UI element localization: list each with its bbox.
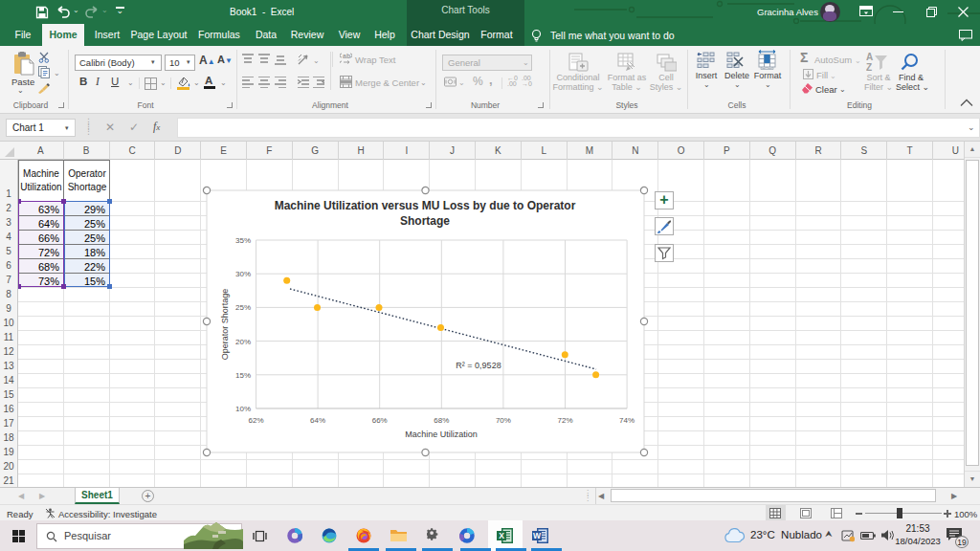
svg-text:66%: 66% [372,416,388,425]
svg-text:25%: 25% [235,303,251,312]
svg-text:68%: 68% [434,416,449,425]
svg-text:Shortage: Shortage [400,214,450,228]
svg-text:15%: 15% [235,371,251,380]
svg-text:74%: 74% [619,416,635,425]
svg-text:ab: ab [343,53,350,59]
svg-text:A: A [866,52,873,62]
svg-text:Z: Z [866,62,872,72]
svg-text:X: X [499,531,504,540]
svg-text:64%: 64% [310,416,325,425]
svg-text:W: W [533,531,542,540]
svg-text:62%: 62% [248,416,263,425]
svg-text:30%: 30% [235,270,251,278]
svg-text:Machine Utilization versus MU: Machine Utilization versus MU Loss by du… [275,199,576,212]
svg-text:72%: 72% [557,416,572,425]
svg-text:10%: 10% [235,405,251,413]
svg-text:20%: 20% [235,338,251,346]
svg-text:R² = 0,9528: R² = 0,9528 [456,361,501,370]
svg-text:70%: 70% [496,416,511,425]
svg-text:Operator Shortage: Operator Shortage [220,289,230,361]
svg-text:35%: 35% [235,236,251,245]
svg-text:Machine Utilization: Machine Utilization [405,430,478,439]
